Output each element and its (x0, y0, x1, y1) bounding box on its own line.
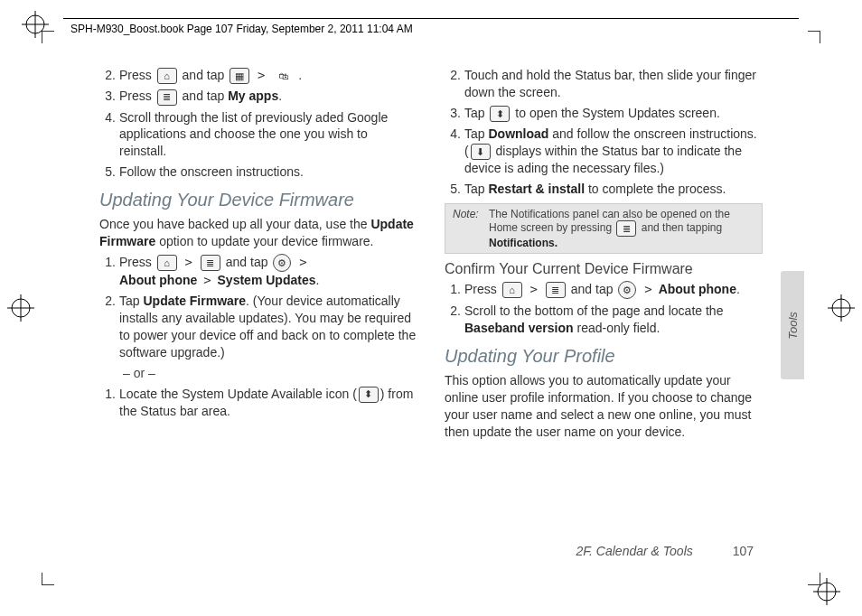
settings-gear-icon: ⚙ (273, 254, 291, 272)
chevron-right-icon: > (203, 273, 211, 287)
chevron-right-icon: > (299, 255, 306, 269)
settings-gear-icon: ⚙ (618, 281, 636, 299)
apps-grid-icon: ▦ (230, 68, 249, 84)
or-separator: – or – (123, 365, 417, 382)
crop-mark-icon (808, 573, 820, 585)
home-key-icon: ⌂ (502, 282, 522, 298)
step-item: 5. Follow the onscreen instructions. (99, 163, 417, 181)
registration-mark-icon (7, 294, 34, 322)
step-item: 2. Scroll to the bottom of the page and … (445, 303, 763, 337)
chevron-right-icon: > (258, 68, 265, 82)
section-heading: Updating Your Profile (445, 346, 763, 367)
step-item: 4. Tap Download and follow the onscreen … (445, 126, 763, 177)
crop-mark-icon (42, 31, 54, 43)
menu-key-icon: ≣ (201, 255, 220, 271)
step-item: 5. Tap Restart & install to complete the… (445, 181, 763, 198)
step-item: 3. Press ≣ and tap My apps. (99, 88, 417, 105)
chevron-right-icon: > (644, 282, 651, 296)
step-item: 1. Locate the System Update Available ic… (99, 386, 417, 420)
step-item: 2. Press ⌂ and tap ▦ > 🛍 . (99, 67, 417, 84)
paragraph: Once you have backed up all your data, u… (99, 216, 417, 250)
market-bag-icon: 🛍 (273, 68, 293, 84)
page-footer: 2F. Calendar & Tools 107 (576, 544, 754, 558)
left-column: 2. Press ⌂ and tap ▦ > 🛍 . 3. Press ≣ an… (99, 63, 417, 562)
note-box: Note: The Notifications panel can also b… (445, 203, 763, 254)
note-label: Note: (453, 208, 489, 249)
section-heading: Updating Your Device Firmware (99, 190, 417, 210)
step-item: 2. Tap Update Firmware. (Your device aut… (99, 293, 417, 361)
chevron-right-icon: > (185, 255, 192, 269)
home-key-icon: ⌂ (157, 68, 177, 84)
right-column: 2. Touch and hold the Status bar, then s… (445, 63, 763, 562)
paragraph: This option allows you to automatically … (445, 372, 763, 441)
chevron-right-icon: > (530, 282, 538, 296)
step-item: 3. Tap ⬍ to open the System Updates scre… (445, 105, 763, 122)
step-item: 1. Press ⌂ > ≣ and tap ⚙ > About phone. (445, 281, 763, 299)
home-key-icon: ⌂ (157, 255, 177, 271)
menu-key-icon: ≣ (616, 220, 636, 237)
menu-key-icon: ≣ (157, 89, 177, 106)
page-header: SPH-M930_Boost.book Page 107 Friday, Sep… (63, 18, 799, 39)
step-item: 4. Scroll through the list of previously… (99, 109, 417, 161)
menu-key-icon: ≣ (546, 282, 566, 298)
system-update-icon: ⬍ (490, 106, 510, 122)
system-update-icon: ⬍ (359, 387, 379, 403)
footer-section: 2F. Calendar & Tools (576, 544, 693, 558)
page-number: 107 (733, 544, 754, 558)
side-tab-label: Tools (786, 312, 800, 340)
subsection-heading: Confirm Your Current Device Firmware (445, 261, 763, 277)
registration-mark-icon (828, 294, 855, 322)
crop-mark-icon (42, 573, 54, 585)
page-body: 2. Press ⌂ and tap ▦ > 🛍 . 3. Press ≣ an… (99, 63, 763, 562)
download-icon: ⬇ (471, 144, 491, 160)
side-tab: Tools (781, 271, 804, 379)
step-item: 2. Touch and hold the Status bar, then s… (445, 67, 763, 101)
step-item: 1. Press ⌂ > ≣ and tap ⚙ > About phone >… (99, 254, 417, 289)
crop-mark-icon (808, 31, 820, 43)
